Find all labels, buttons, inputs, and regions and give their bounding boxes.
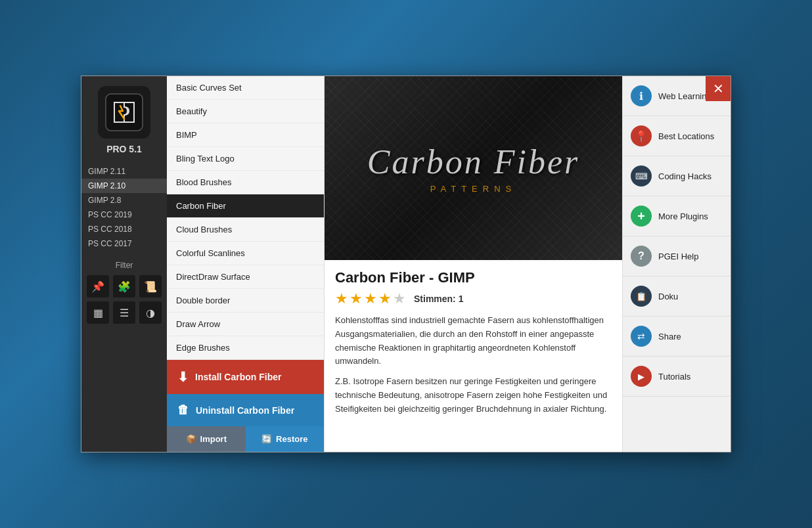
main-window: ✕ PRO 5.1 GIMP 2.11 GIMP 2.10 GIMP 2.8 P… bbox=[81, 76, 731, 452]
install-label: Install Carbon Fiber bbox=[195, 372, 281, 382]
pgei-help-button[interactable]: ? PGEI Help bbox=[623, 236, 731, 276]
votes-text: Stimmen: 1 bbox=[414, 294, 463, 304]
more-plugins-button[interactable]: + More Plugins bbox=[623, 196, 731, 236]
restore-button[interactable]: 🔄 Restore bbox=[246, 426, 325, 452]
uninstall-icon: 🗑 bbox=[177, 403, 189, 417]
plugin-list-area: Basic Curves Set Beautify BIMP Bling Tex… bbox=[167, 76, 325, 452]
app-logo bbox=[98, 86, 150, 139]
plugin-item-10[interactable]: Draw Arrow bbox=[167, 313, 324, 336]
rating-row: ★ ★ ★ ★ ★ Stimmen: 1 bbox=[335, 290, 612, 307]
version-item-0[interactable]: GIMP 2.11 bbox=[81, 164, 167, 179]
share-label: Share bbox=[658, 332, 681, 341]
web-learning-label: Web Learning bbox=[658, 91, 711, 101]
coding-hacks-button[interactable]: ⌨ Coding Hacks bbox=[623, 156, 731, 196]
plugin-title: Carbon Fiber - GIMP bbox=[335, 269, 612, 286]
plugin-item-5[interactable]: Carbon Fiber bbox=[167, 194, 324, 218]
version-item-3[interactable]: PS CC 2019 bbox=[81, 208, 167, 222]
filter-icon-circle[interactable]: ◑ bbox=[139, 301, 162, 324]
right-sidebar: ℹ Web Learning 📍 Best Locations ⌨ Coding… bbox=[622, 76, 731, 452]
carbon-text: Carbon Fiber PATTERNS bbox=[367, 143, 579, 194]
tutorials-button[interactable]: ▶ Tutorials bbox=[623, 357, 731, 397]
restore-icon: 🔄 bbox=[261, 434, 272, 444]
doku-icon: 📋 bbox=[631, 286, 652, 307]
star-4: ★ bbox=[378, 290, 392, 307]
detail-section: Carbon Fiber - GIMP ★ ★ ★ ★ ★ Stimmen: 1… bbox=[325, 260, 622, 452]
plugin-item-9[interactable]: Double border bbox=[167, 289, 324, 313]
pro-badge: PRO 5.1 bbox=[106, 144, 142, 154]
doku-label: Doku bbox=[658, 292, 678, 301]
description-2: Z.B. Isotrope Fasern besitzen nur gering… bbox=[335, 375, 612, 416]
star-1: ★ bbox=[335, 290, 348, 307]
more-plugins-icon: + bbox=[631, 206, 652, 227]
filter-icon-list[interactable]: ☰ bbox=[113, 301, 135, 324]
plugin-action-area: ⬇ Install Carbon Fiber 🗑 Uninstall Carbo… bbox=[167, 360, 324, 452]
filter-icon-pin[interactable]: 📌 bbox=[87, 275, 109, 297]
share-button[interactable]: ⇄ Share bbox=[623, 317, 731, 357]
version-item-2[interactable]: GIMP 2.8 bbox=[81, 193, 167, 208]
filter-section: Filter 📌 🧩 📜 ▦ ☰ ◑ bbox=[81, 261, 167, 324]
description-1: Kohlenstofffas sind industriell gemachte… bbox=[335, 314, 612, 368]
plugin-item-3[interactable]: Bling Text Logo bbox=[167, 147, 324, 171]
web-learning-icon: ℹ bbox=[631, 85, 652, 106]
star-2: ★ bbox=[350, 290, 363, 307]
plugin-item-7[interactable]: Colorful Scanlines bbox=[167, 242, 324, 265]
filter-icon-grid[interactable]: ▦ bbox=[87, 301, 109, 324]
plugin-item-8[interactable]: DirectDraw Surface bbox=[167, 265, 324, 289]
plugin-item-1[interactable]: Beautify bbox=[167, 100, 324, 123]
detail-text-area[interactable]: Carbon Fiber - GIMP ★ ★ ★ ★ ★ Stimmen: 1… bbox=[325, 260, 622, 452]
close-button[interactable]: ✕ bbox=[706, 76, 731, 101]
logo-area: PRO 5.1 bbox=[81, 76, 167, 164]
plugin-item-11[interactable]: Edge Brushes bbox=[167, 336, 324, 360]
uninstall-button[interactable]: 🗑 Uninstall Carbon Fiber bbox=[167, 394, 324, 426]
filter-icons: 📌 🧩 📜 ▦ ☰ ◑ bbox=[81, 275, 167, 324]
best-locations-button[interactable]: 📍 Best Locations bbox=[623, 116, 731, 156]
import-restore-area: 📦 Import 🔄 Restore bbox=[167, 426, 324, 452]
preview-image: Carbon Fiber PATTERNS bbox=[325, 76, 622, 260]
version-item-5[interactable]: PS CC 2017 bbox=[81, 236, 167, 251]
pgei-help-icon: ? bbox=[631, 246, 652, 267]
restore-label: Restore bbox=[276, 434, 307, 444]
coding-hacks-icon: ⌨ bbox=[631, 165, 652, 187]
plugin-item-4[interactable]: Blood Brushes bbox=[167, 171, 324, 194]
main-content: Carbon Fiber PATTERNS Carbon Fiber - GIM… bbox=[325, 76, 622, 452]
plugin-item-6[interactable]: Cloud Brushes bbox=[167, 218, 324, 242]
tutorials-label: Tutorials bbox=[658, 372, 690, 382]
svg-rect-0 bbox=[106, 94, 143, 131]
stars-display: ★ ★ ★ ★ ★ bbox=[335, 290, 406, 307]
install-icon: ⬇ bbox=[177, 369, 189, 385]
left-sidebar: PRO 5.1 GIMP 2.11 GIMP 2.10 GIMP 2.8 PS … bbox=[81, 76, 167, 452]
import-button[interactable]: 📦 Import bbox=[167, 426, 246, 452]
tutorials-icon: ▶ bbox=[631, 366, 652, 387]
share-icon: ⇄ bbox=[631, 326, 652, 347]
filter-icon-scroll[interactable]: 📜 bbox=[139, 275, 162, 297]
import-label: Import bbox=[200, 434, 227, 444]
uninstall-label: Uninstall Carbon Fiber bbox=[196, 405, 294, 416]
coding-hacks-label: Coding Hacks bbox=[658, 171, 711, 181]
star-3: ★ bbox=[364, 290, 377, 307]
plugin-item-0[interactable]: Basic Curves Set bbox=[167, 76, 324, 100]
install-button[interactable]: ⬇ Install Carbon Fiber bbox=[167, 360, 324, 394]
version-list: GIMP 2.11 GIMP 2.10 GIMP 2.8 PS CC 2019 … bbox=[81, 164, 167, 251]
preview-title: Carbon Fiber bbox=[367, 143, 579, 181]
import-icon: 📦 bbox=[186, 434, 196, 444]
plugin-item-2[interactable]: BIMP bbox=[167, 123, 324, 147]
doku-button[interactable]: 📋 Doku bbox=[623, 276, 731, 317]
filter-icon-puzzle[interactable]: 🧩 bbox=[113, 275, 135, 297]
star-5: ★ bbox=[393, 290, 406, 307]
best-locations-label: Best Locations bbox=[658, 131, 714, 141]
best-locations-icon: 📍 bbox=[631, 125, 652, 146]
preview-subtitle: PATTERNS bbox=[367, 184, 579, 194]
plugin-list-scroll[interactable]: Basic Curves Set Beautify BIMP Bling Tex… bbox=[167, 76, 324, 360]
filter-label: Filter bbox=[116, 261, 133, 270]
pgei-help-label: PGEI Help bbox=[658, 252, 698, 261]
version-item-4[interactable]: PS CC 2018 bbox=[81, 222, 167, 236]
more-plugins-label: More Plugins bbox=[658, 211, 708, 221]
version-item-1[interactable]: GIMP 2.10 bbox=[81, 179, 167, 193]
